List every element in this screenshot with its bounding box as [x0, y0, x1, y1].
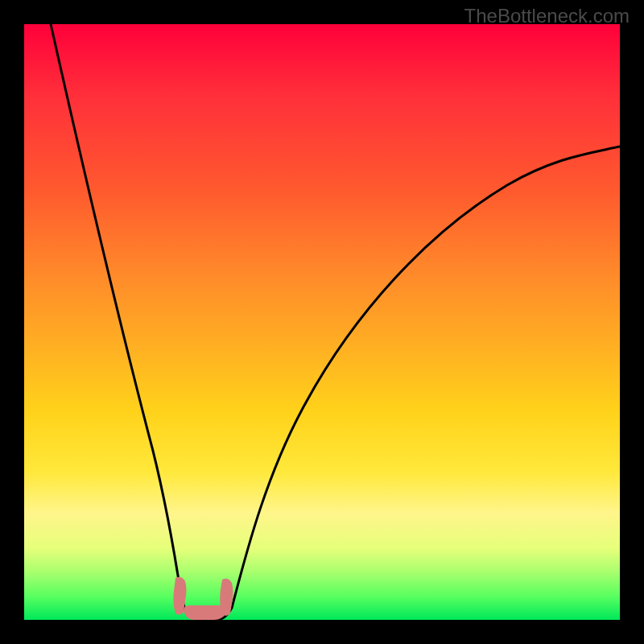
curve-svg	[24, 24, 620, 620]
pink-blob-bottom	[184, 605, 227, 620]
main-curve	[51, 24, 620, 620]
watermark-text: TheBottleneck.com	[464, 5, 630, 27]
plot-area	[24, 24, 620, 620]
chart-frame: TheBottleneck.com	[0, 0, 644, 644]
